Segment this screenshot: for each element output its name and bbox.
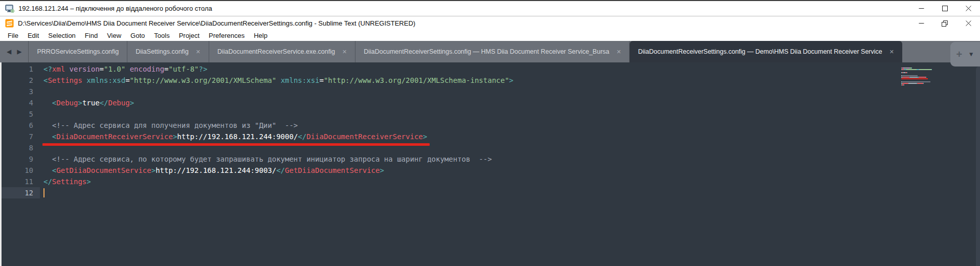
- code-line: [43, 86, 514, 97]
- annotation-underline: [42, 143, 430, 146]
- menu-item-preferences[interactable]: Preferences: [204, 32, 249, 39]
- tab-label: DiiaSettings.config: [136, 48, 189, 55]
- remote-desktop-screen: 192.168.121.244 – підключення до віддале…: [0, 0, 980, 266]
- menu-item-project[interactable]: Project: [174, 32, 204, 39]
- menu-item-selection[interactable]: Selection: [43, 32, 80, 39]
- tab-1[interactable]: PRROServiceSettings.config: [29, 41, 127, 62]
- tab-label: PRROServiceSettings.config: [37, 48, 119, 55]
- rdp-titlebar: 192.168.121.244 – підключення до віддале…: [0, 1, 980, 16]
- minimize-icon: [919, 20, 924, 26]
- line-number: 5: [0, 108, 40, 120]
- menu-bar: FileEditSelectionFindViewGotoToolsProjec…: [0, 30, 980, 41]
- line-number: 10: [0, 165, 40, 176]
- line-number: 8: [0, 142, 40, 153]
- restore-icon: [942, 20, 948, 27]
- minimize-button[interactable]: [909, 16, 933, 30]
- code-line: </Settings>: [43, 176, 514, 187]
- code-line: <!-- Адрес сервиса для получения докумен…: [43, 120, 514, 131]
- tab-5[interactable]: DiiaDocumentReceiverSettings.config — De…: [630, 41, 902, 62]
- maximize-button[interactable]: [933, 1, 956, 16]
- line-number: 11: [0, 176, 40, 187]
- menu-item-tools[interactable]: Tools: [149, 32, 174, 39]
- line-number: 12: [0, 187, 40, 198]
- tab-overflow-button[interactable]: ▼: [968, 51, 974, 57]
- restore-button[interactable]: [933, 16, 956, 30]
- code-line: [43, 187, 514, 198]
- tab-label: DiiaDocumentReceiverSettings.config — De…: [638, 48, 882, 55]
- editor[interactable]: 123456789101112 <?xml version="1.0" enco…: [0, 62, 980, 266]
- line-number: 7: [0, 131, 40, 142]
- code-line: <DiiaDocumentReceiverService>http://192.…: [43, 131, 514, 142]
- code-area[interactable]: <?xml version="1.0" encoding="utf-8"?><S…: [43, 63, 514, 198]
- menu-item-view[interactable]: View: [102, 32, 126, 39]
- menu-item-file[interactable]: File: [3, 32, 23, 39]
- close-button[interactable]: [956, 16, 980, 30]
- tab-controls: + ▼: [950, 42, 980, 66]
- close-icon: [966, 20, 971, 26]
- line-number: 3: [0, 86, 40, 97]
- close-icon[interactable]: ✕: [616, 49, 621, 55]
- menu-item-help[interactable]: Help: [249, 32, 272, 39]
- back-arrow-icon[interactable]: ◀: [7, 48, 11, 55]
- menu-item-find[interactable]: Find: [80, 32, 102, 39]
- code-line: <GetDiiaDocumentService>http://192.168.1…: [43, 165, 514, 176]
- rdp-icon: [5, 5, 14, 13]
- tab-label: DiiaDocumentReceiverSettings.config — HM…: [364, 48, 609, 55]
- scrollbar[interactable]: [976, 66, 980, 266]
- sublime-titlebar: D:\Services\Diia\Demo\HMS Diia Document …: [0, 16, 980, 30]
- minimize-icon: [919, 6, 924, 11]
- forward-arrow-icon[interactable]: ▶: [17, 48, 21, 55]
- line-number: 9: [0, 153, 40, 165]
- new-tab-button[interactable]: +: [956, 49, 962, 59]
- line-number: 6: [0, 120, 40, 131]
- window-edge: [0, 62, 2, 266]
- rdp-title: 192.168.121.244 – підключення до віддале…: [18, 5, 212, 12]
- code-line: <Debug>true</Debug>: [43, 97, 514, 108]
- rdp-window-controls: [909, 1, 980, 16]
- sublime-title: D:\Services\Diia\Demo\HMS Diia Document …: [18, 19, 415, 27]
- menu-item-edit[interactable]: Edit: [23, 32, 43, 39]
- sublime-window-controls: [909, 16, 980, 30]
- minimap-annotation-mark: [901, 78, 928, 79]
- line-number: 1: [0, 63, 40, 75]
- tab-bar: ◀ ▶ PRROServiceSettings.configDiiaSettin…: [0, 41, 980, 62]
- code-line: <?xml version="1.0" encoding="utf-8"?>: [43, 63, 514, 75]
- menu-item-goto[interactable]: Goto: [126, 32, 149, 39]
- minimize-button[interactable]: [909, 1, 933, 16]
- tab-4[interactable]: DiiaDocumentReceiverSettings.config — HM…: [355, 41, 630, 62]
- tab-label: DiiaDocumentReceiverService.exe.config: [217, 48, 335, 55]
- tab-nav-arrows: ◀ ▶: [0, 41, 29, 62]
- close-icon[interactable]: ✕: [342, 49, 347, 55]
- close-icon: [966, 6, 971, 11]
- tab-3[interactable]: DiiaDocumentReceiverService.exe.config✕: [209, 41, 355, 62]
- close-icon[interactable]: ✕: [889, 49, 894, 55]
- close-icon[interactable]: ✕: [196, 49, 201, 55]
- close-button[interactable]: [956, 1, 980, 16]
- code-line: [43, 108, 514, 120]
- text-caret: [43, 188, 44, 197]
- sublime-icon: [5, 19, 14, 28]
- code-line: <!-- Адрес сервиса, по которому будет за…: [43, 153, 514, 165]
- code-line: <Settings xmlns:xsd="http://www.w3.org/2…: [43, 75, 514, 86]
- tabs-container: PRROServiceSettings.configDiiaSettings.c…: [29, 41, 980, 62]
- line-number: 2: [0, 75, 40, 86]
- maximize-icon: [942, 6, 948, 11]
- tab-2[interactable]: DiiaSettings.config✕: [127, 41, 209, 62]
- line-number: 4: [0, 97, 40, 108]
- line-number-gutter: 123456789101112: [0, 63, 40, 198]
- minimap[interactable]: [901, 68, 963, 87]
